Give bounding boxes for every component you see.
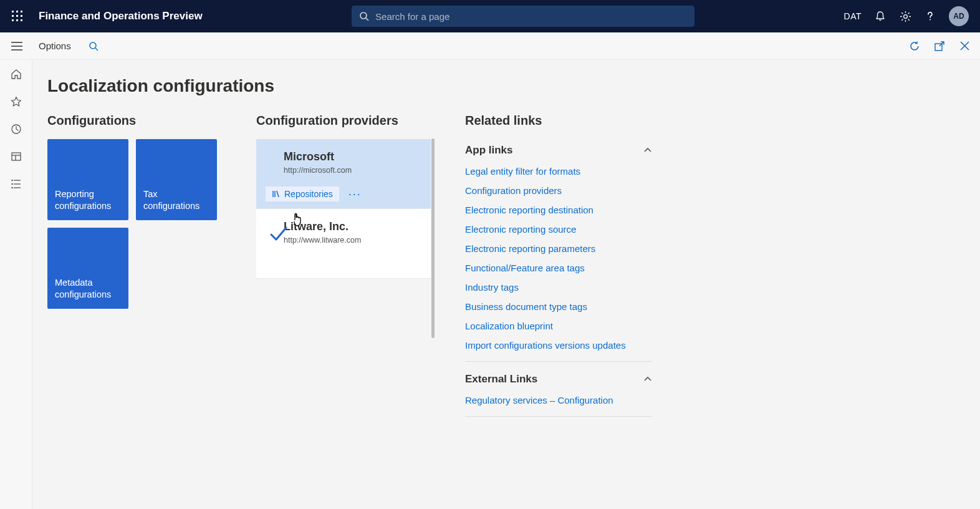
app-links-group-header[interactable]: App links: [465, 139, 652, 162]
refresh-icon[interactable]: [908, 39, 921, 53]
tile-tax-configurations[interactable]: Tax configurations: [136, 139, 217, 220]
related-heading: Related links: [465, 114, 652, 128]
configurations-heading: Configurations: [47, 114, 222, 128]
tile-metadata-configurations[interactable]: Metadata configurations: [47, 228, 128, 309]
provider-name: Litware, Inc.: [284, 220, 421, 233]
provider-card-litware[interactable]: Litware, Inc. http://www.litware.com: [256, 209, 431, 279]
svg-point-27: [11, 183, 12, 185]
global-search[interactable]: [352, 6, 694, 27]
app-launcher-icon[interactable]: [7, 11, 27, 22]
svg-point-29: [11, 187, 12, 188]
svg-rect-4: [16, 15, 18, 17]
link-legal-entity-filter[interactable]: Legal entity filter for formats: [465, 162, 652, 181]
help-icon[interactable]: [924, 10, 936, 22]
user-avatar[interactable]: AD: [949, 6, 969, 26]
search-icon: [359, 11, 369, 21]
chevron-up-icon: [643, 146, 652, 155]
brand-title: Finance and Operations Preview: [39, 10, 203, 22]
svg-point-16: [90, 42, 96, 49]
tile-label: Tax configurations: [143, 188, 209, 213]
svg-point-11: [903, 14, 907, 18]
link-feature-tags[interactable]: Functional/Feature area tags: [465, 258, 652, 278]
link-import-versions[interactable]: Import configurations versions updates: [465, 336, 652, 355]
library-icon: [272, 190, 281, 198]
link-er-source[interactable]: Electronic reporting source: [465, 220, 652, 239]
svg-point-25: [11, 180, 12, 181]
external-links-title: External Links: [465, 373, 537, 385]
favorites-icon[interactable]: [9, 95, 23, 109]
main-content: Localization configurations Configuratio…: [32, 60, 980, 509]
provider-url: http://microsoft.com: [284, 166, 421, 175]
link-doc-type-tags[interactable]: Business document type tags: [465, 297, 652, 316]
svg-line-10: [366, 18, 368, 21]
related-links-section: Related links App links Legal entity fil…: [465, 114, 652, 423]
link-industry-tags[interactable]: Industry tags: [465, 278, 652, 297]
provider-card-microsoft[interactable]: Microsoft http://microsoft.com Repositor…: [256, 139, 431, 209]
svg-rect-1: [16, 11, 18, 12]
svg-rect-22: [12, 153, 21, 160]
more-actions-icon[interactable]: ···: [346, 188, 364, 201]
scrollbar[interactable]: [431, 138, 435, 338]
left-rail: [0, 60, 32, 509]
svg-line-17: [95, 48, 98, 51]
svg-rect-3: [12, 15, 14, 17]
repositories-label: Repositories: [284, 189, 333, 199]
tile-label: Metadata configurations: [55, 277, 121, 301]
svg-point-12: [930, 19, 931, 21]
workspaces-icon[interactable]: [9, 150, 23, 163]
link-configuration-providers[interactable]: Configuration providers: [465, 181, 652, 200]
nav-toggle-icon[interactable]: [9, 42, 25, 51]
legal-entity-code[interactable]: DAT: [844, 11, 862, 21]
svg-rect-7: [16, 19, 18, 21]
svg-rect-6: [12, 19, 14, 21]
page-search-icon[interactable]: [89, 41, 98, 51]
link-er-destination[interactable]: Electronic reporting destination: [465, 200, 652, 220]
action-bar: Options: [0, 32, 980, 60]
provider-url: http://www.litware.com: [284, 236, 421, 245]
home-icon[interactable]: [9, 67, 23, 81]
active-check-icon: [267, 223, 289, 244]
recent-icon[interactable]: [9, 122, 23, 136]
popout-icon[interactable]: [933, 39, 946, 53]
provider-name: Microsoft: [284, 150, 421, 163]
link-er-parameters[interactable]: Electronic reporting parameters: [465, 239, 652, 258]
providers-section: Configuration providers Microsoft http:/…: [256, 114, 431, 279]
page-title: Localization configurations: [47, 76, 965, 96]
tile-label: Reporting configurations: [55, 188, 121, 213]
chevron-up-icon: [643, 375, 652, 384]
tile-reporting-configurations[interactable]: Reporting configurations: [47, 139, 128, 220]
link-regulatory-services[interactable]: Regulatory services – Configuration: [465, 390, 652, 410]
svg-rect-5: [21, 15, 22, 17]
svg-rect-0: [12, 11, 14, 12]
repositories-button[interactable]: Repositories: [265, 186, 340, 202]
providers-heading: Configuration providers: [256, 114, 431, 128]
svg-rect-8: [21, 19, 22, 21]
modules-icon[interactable]: [9, 177, 23, 191]
search-input[interactable]: [375, 11, 687, 22]
close-icon[interactable]: [958, 39, 971, 53]
svg-line-33: [277, 191, 279, 197]
external-links-group-header[interactable]: External Links: [465, 368, 652, 390]
top-header: Finance and Operations Preview DAT AD: [0, 0, 980, 32]
gear-icon[interactable]: [899, 10, 911, 22]
link-localization-blueprint[interactable]: Localization blueprint: [465, 316, 652, 336]
app-links-title: App links: [465, 144, 513, 157]
options-menu[interactable]: Options: [39, 41, 71, 51]
configurations-section: Configurations Reporting configurations …: [47, 114, 222, 309]
svg-rect-2: [21, 11, 22, 12]
notifications-icon[interactable]: [874, 10, 886, 22]
svg-point-9: [360, 12, 367, 19]
